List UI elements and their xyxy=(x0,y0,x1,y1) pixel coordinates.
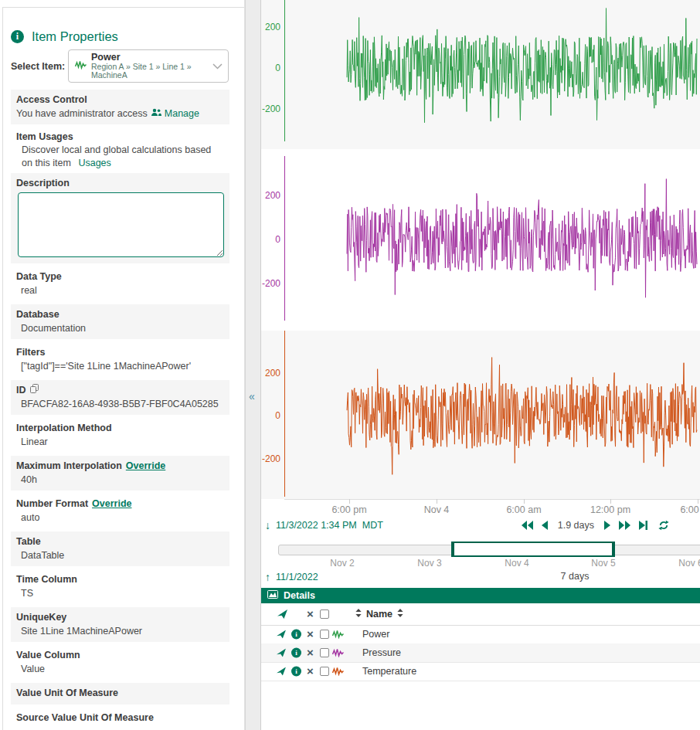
property-section: Value Unit Of Measure xyxy=(11,683,229,705)
remove-icon[interactable]: × xyxy=(307,648,314,657)
step-back-fast-button[interactable] xyxy=(522,521,533,530)
property-label-text: UniqueKey xyxy=(16,611,66,625)
property-section: Number FormatOverrideauto xyxy=(11,494,229,528)
pin-icon[interactable] xyxy=(277,630,286,639)
x-axis-tick-label: 12:00 pm xyxy=(590,504,630,515)
property-value: ["tagId"]=='Site 1Line 1MachineAPower' xyxy=(16,360,223,374)
step-back-button[interactable] xyxy=(542,521,548,530)
overview-timeline-selection[interactable] xyxy=(451,542,615,557)
details-panel-header[interactable]: Details xyxy=(261,588,700,603)
remove-icon[interactable]: × xyxy=(307,630,314,639)
remove-icon[interactable]: × xyxy=(307,667,314,676)
property-label: UniqueKey xyxy=(16,611,223,625)
panel-collapse-divider[interactable]: « xyxy=(245,0,261,730)
property-value: Linear xyxy=(16,436,223,450)
x-axis xyxy=(284,499,700,500)
pin-icon[interactable] xyxy=(277,609,287,619)
item-select-dropdown[interactable]: Power Region A » Site 1 » Line 1 » Machi… xyxy=(68,49,229,83)
property-label: Value Column xyxy=(16,649,223,663)
property-section: DatabaseDocumentation xyxy=(11,304,229,339)
collapse-left-icon[interactable]: « xyxy=(249,390,255,402)
property-label-text: ID xyxy=(16,384,26,398)
x-axis-tick-label: 6:00 pm xyxy=(680,504,700,515)
property-label: Database xyxy=(16,308,223,322)
row-name: Temperature xyxy=(362,666,416,677)
item-usages-label: Item Usages xyxy=(16,131,223,144)
info-icon[interactable]: i xyxy=(291,667,301,677)
y-axis-tick-label: 0 xyxy=(261,234,280,245)
signal-line-temperature xyxy=(285,331,700,499)
investigate-start-arrow-icon: ↑ xyxy=(265,571,270,583)
property-label-text: Database xyxy=(16,308,59,322)
x-axis-tick xyxy=(698,499,698,504)
y-axis-tick-label: 0 xyxy=(261,63,280,73)
details-row-temperature[interactable]: i×Temperature xyxy=(261,662,700,681)
details-row-power[interactable]: i×Power xyxy=(261,625,700,644)
property-section: Filters["tagId"]=='Site 1Line 1MachineAP… xyxy=(11,342,229,377)
override-link[interactable]: Override xyxy=(126,460,165,474)
property-section: Time ColumnTS xyxy=(11,569,229,604)
details-title: Details xyxy=(284,590,315,601)
step-to-end-button[interactable] xyxy=(639,521,647,530)
property-section: UniqueKeySite 1Line 1MachineAPower xyxy=(11,607,229,642)
usages-link[interactable]: Usages xyxy=(78,158,110,168)
details-row-pressure[interactable]: i×Pressure xyxy=(261,643,700,663)
remove-all-icon[interactable]: × xyxy=(307,609,314,619)
select-all-checkbox[interactable] xyxy=(320,609,329,619)
property-label: ID xyxy=(16,384,223,398)
row-checkbox[interactable] xyxy=(320,630,329,639)
property-value: Site 1Line 1MachineAPower xyxy=(16,625,223,639)
time-navigation-row: ↓ 11/3/2022 1:34 PM MDT 1.9 days xyxy=(261,519,700,535)
x-axis-tick xyxy=(349,499,350,504)
pin-icon[interactable] xyxy=(277,649,286,657)
people-icon xyxy=(151,107,161,121)
property-value: real xyxy=(16,284,223,298)
x-axis-tick xyxy=(610,499,611,504)
timeline-tick-label: Nov 3 xyxy=(417,558,441,569)
name-column-header[interactable]: Name xyxy=(355,609,403,620)
sort-icon[interactable] xyxy=(355,609,362,620)
info-icon[interactable]: i xyxy=(291,630,301,640)
property-label-text: Value Column xyxy=(16,649,80,663)
item-usages-text: Discover local and global calculations b… xyxy=(16,144,223,170)
step-forward-fast-button[interactable] xyxy=(619,521,630,530)
property-label-text: Interpolation Method xyxy=(16,422,112,436)
investigate-range-start: ↑ 11/1/2022 xyxy=(265,571,318,583)
select-item-label: Select Item: xyxy=(11,61,68,72)
row-checkbox[interactable] xyxy=(320,648,329,657)
x-axis-tick-label: 6:00 pm xyxy=(331,504,366,515)
override-link[interactable]: Override xyxy=(92,497,131,511)
copy-icon[interactable] xyxy=(30,384,39,398)
access-control-text: You have administrator access Manage xyxy=(16,107,223,121)
x-axis-tick xyxy=(437,499,437,504)
trend-lane-power: 2000-200 xyxy=(261,0,700,149)
trend-lane-pressure: 2000-200 xyxy=(261,149,700,331)
sort-icon[interactable] xyxy=(397,609,403,620)
property-list: Data TyperealDatabaseDocumentationFilter… xyxy=(11,267,229,729)
access-control-section: Access Control You have administrator ac… xyxy=(11,90,229,124)
property-label: Number FormatOverride xyxy=(16,497,223,511)
property-label-text: Maximum Interpolation xyxy=(16,460,122,474)
info-icon[interactable]: i xyxy=(291,648,301,658)
details-table-header: × Name xyxy=(261,603,700,626)
pin-icon[interactable] xyxy=(277,667,286,676)
property-value: TS xyxy=(16,587,223,601)
row-checkbox[interactable] xyxy=(320,667,329,676)
property-section: Maximum InterpolationOverride40h xyxy=(11,456,229,491)
property-section: Data Typereal xyxy=(11,267,229,301)
range-step-controls: 1.9 days xyxy=(522,520,669,531)
range-duration: 1.9 days xyxy=(558,520,594,531)
trend-lane-temperature: 2000-200 xyxy=(261,331,700,499)
property-label: Filters xyxy=(16,346,223,360)
signal-line-pressure xyxy=(285,149,700,331)
step-forward-button[interactable] xyxy=(604,521,610,530)
timeline-tick-label: Nov 2 xyxy=(330,558,354,569)
description-input[interactable] xyxy=(18,192,224,257)
info-icon: i xyxy=(11,30,24,43)
property-label: Source Value Unit Of Measure xyxy=(16,711,223,725)
investigate-start-text: 11/1/2022 xyxy=(276,572,318,582)
y-axis-tick-label: 200 xyxy=(261,368,280,379)
property-value: Value xyxy=(16,663,223,677)
refresh-icon[interactable] xyxy=(658,520,669,531)
manage-link[interactable]: Manage xyxy=(165,107,199,121)
